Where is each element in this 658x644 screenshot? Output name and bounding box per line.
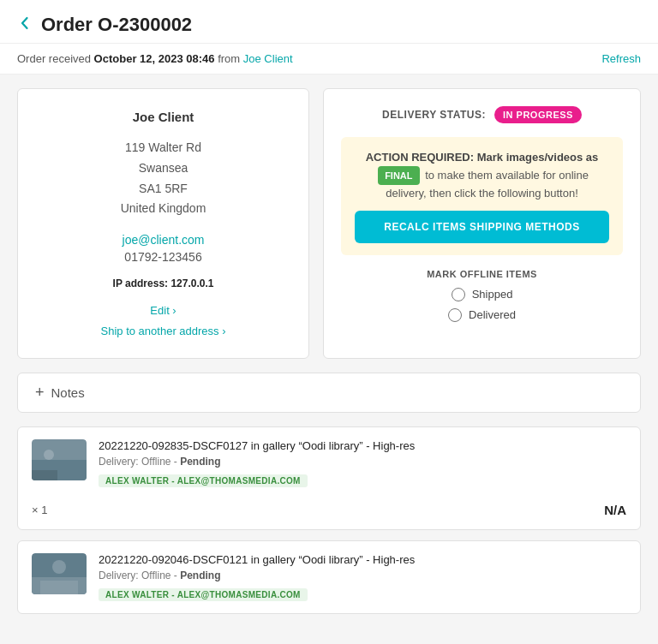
notes-label: Notes xyxy=(51,385,85,400)
item-top: 20221220-092835-DSCF0127 in gallery “Ood… xyxy=(32,439,626,487)
item-tag: ALEX WALTER - ALEX@THOMASMEDIA.COM xyxy=(99,588,308,601)
ip-address: IP address: 127.0.0.1 xyxy=(35,277,291,289)
edit-link[interactable]: Edit › xyxy=(150,304,176,317)
order-item: 20221220-092046-DSCF0121 in gallery “Ood… xyxy=(17,540,641,614)
delivery-text: Delivery: Offline - xyxy=(99,569,180,581)
delivery-status-row: DELIVERY STATUS: IN PROGRESS xyxy=(341,106,623,123)
address-card: Joe Client 119 Walter Rd Swansea SA1 5RF… xyxy=(17,88,309,359)
order-items-list: 20221220-092835-DSCF0127 in gallery “Ood… xyxy=(17,426,641,614)
item-info: 20221220-092835-DSCF0127 in gallery “Ood… xyxy=(99,439,626,487)
item-thumbnail xyxy=(32,553,87,594)
page: Order O-2300002 Order received October 1… xyxy=(0,0,658,644)
ship-to-another-link[interactable]: Ship to another address › xyxy=(101,325,226,337)
header: Order O-2300002 xyxy=(0,0,658,44)
client-name: Joe Client xyxy=(35,110,291,124)
delivery-text: Delivery: Offline - xyxy=(99,456,180,468)
item-thumbnail xyxy=(32,439,87,480)
shipped-label: Shipped xyxy=(472,288,513,301)
item-delivery: Delivery: Offline - Pending xyxy=(99,569,626,581)
action-required-box: ACTION REQUIRED: Mark images/videos as F… xyxy=(341,137,623,255)
svg-point-3 xyxy=(44,450,54,460)
address-line3: SA1 5RF xyxy=(35,179,291,200)
subheader: Order received October 12, 2023 08:46 fr… xyxy=(0,44,658,75)
action-required-prefix: ACTION REQUIRED: Mark images/videos as xyxy=(366,151,599,164)
ip-label: IP address: xyxy=(113,277,168,289)
notes-plus-icon: + xyxy=(35,384,45,402)
delivery-card: DELIVERY STATUS: IN PROGRESS ACTION REQU… xyxy=(323,88,641,359)
item-title: 20221220-092835-DSCF0127 in gallery “Ood… xyxy=(99,439,626,452)
shipped-radio-row: Shipped xyxy=(341,288,623,301)
item-top: 20221220-092046-DSCF0121 in gallery “Ood… xyxy=(32,553,626,601)
ip-value: 127.0.0.1 xyxy=(170,277,213,289)
refresh-button[interactable]: Refresh xyxy=(601,52,641,65)
recalc-button[interactable]: RECALC ITEMS SHIPPING METHODS xyxy=(355,211,609,243)
address-lines: 119 Walter Rd Swansea SA1 5RF United Kin… xyxy=(35,138,291,219)
order-date: October 12, 2023 08:46 xyxy=(94,52,215,65)
item-qty: × 1 xyxy=(32,504,47,516)
item-status: Pending xyxy=(180,569,220,581)
item-price: N/A xyxy=(604,503,626,517)
delivery-status-label: DELIVERY STATUS: xyxy=(382,109,486,121)
svg-rect-6 xyxy=(40,581,78,594)
phone-number: 01792-123456 xyxy=(35,250,291,264)
item-delivery: Delivery: Offline - Pending xyxy=(99,456,626,468)
delivered-label: Delivered xyxy=(469,308,516,321)
item-status: Pending xyxy=(180,456,220,468)
back-button[interactable] xyxy=(17,15,33,35)
status-badge: IN PROGRESS xyxy=(494,106,582,123)
cards-row: Joe Client 119 Walter Rd Swansea SA1 5RF… xyxy=(17,88,641,359)
offline-section: MARK OFFLINE ITEMS Shipped Delivered xyxy=(341,269,623,322)
client-link[interactable]: Joe Client xyxy=(243,52,293,65)
order-item: 20221220-092835-DSCF0127 in gallery “Ood… xyxy=(17,426,641,530)
delivered-radio-row: Delivered xyxy=(341,308,623,322)
item-info: 20221220-092046-DSCF0121 in gallery “Ood… xyxy=(99,553,626,601)
svg-rect-2 xyxy=(32,470,57,480)
main-content: Joe Client 119 Walter Rd Swansea SA1 5RF… xyxy=(0,75,658,638)
svg-point-7 xyxy=(52,560,66,574)
offline-title: MARK OFFLINE ITEMS xyxy=(341,269,623,279)
address-line4: United Kingdom xyxy=(35,199,291,219)
received-label: Order received xyxy=(17,52,91,65)
from-label: from xyxy=(218,52,240,65)
address-line2: Swansea xyxy=(35,158,291,179)
delivered-radio[interactable] xyxy=(448,308,462,322)
order-title: Order O-2300002 xyxy=(41,14,192,36)
shipped-radio[interactable] xyxy=(452,288,465,301)
final-badge: FINAL xyxy=(378,166,419,186)
item-bottom: × 1 N/A xyxy=(32,496,626,517)
item-title: 20221220-092046-DSCF0121 in gallery “Ood… xyxy=(99,553,626,566)
notes-section[interactable]: + Notes xyxy=(17,373,641,413)
address-line1: 119 Walter Rd xyxy=(35,138,291,158)
order-meta: Order received October 12, 2023 08:46 fr… xyxy=(17,52,293,65)
email-link[interactable]: joe@client.com xyxy=(35,233,291,247)
item-tag: ALEX WALTER - ALEX@THOMASMEDIA.COM xyxy=(99,474,308,487)
